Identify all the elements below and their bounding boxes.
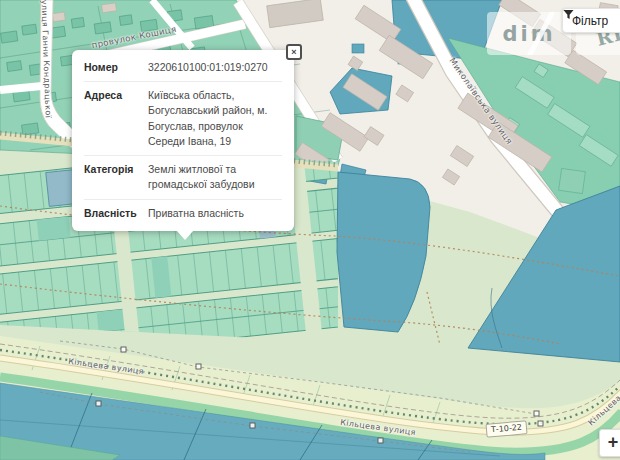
popup-label-category: Категорія [84,162,142,192]
popup-row-ownership: Власність Приватна власність [84,199,282,227]
popup-row-category: Категорія Землі житлової та громадської … [84,155,282,198]
popup-tail [176,230,194,240]
filter-funnel-icon [563,9,574,20]
popup-label-address: Адреса [84,88,142,149]
popup-label-number: Номер [84,60,142,75]
popup-row-number: Номер 3220610100:01:019:0270 [84,54,282,81]
filter-button-label: Фільтр [572,14,608,28]
popup-value-address: Київська область, Богуславський район, м… [148,88,282,149]
zoom-in-button[interactable]: + [599,429,620,457]
filter-button[interactable]: Фільтр [562,8,620,33]
cadastral-map-page: вулиця Ганни Кондрацької провулок Кошиця… [0,0,620,460]
popup-row-address: Адреса Київська область, Богуславський р… [84,81,282,155]
parcel-info-popup: Номер 3220610100:01:019:0270 Адреса Київ… [72,50,294,231]
popup-value-number: 3220610100:01:019:0270 [148,60,282,75]
popup-close-button[interactable]: × [286,44,302,60]
popup-value-ownership: Приватна власність [148,206,282,221]
popup-label-ownership: Власність [84,206,142,221]
popup-value-category: Землі житлової та громадської забудови [148,162,282,192]
